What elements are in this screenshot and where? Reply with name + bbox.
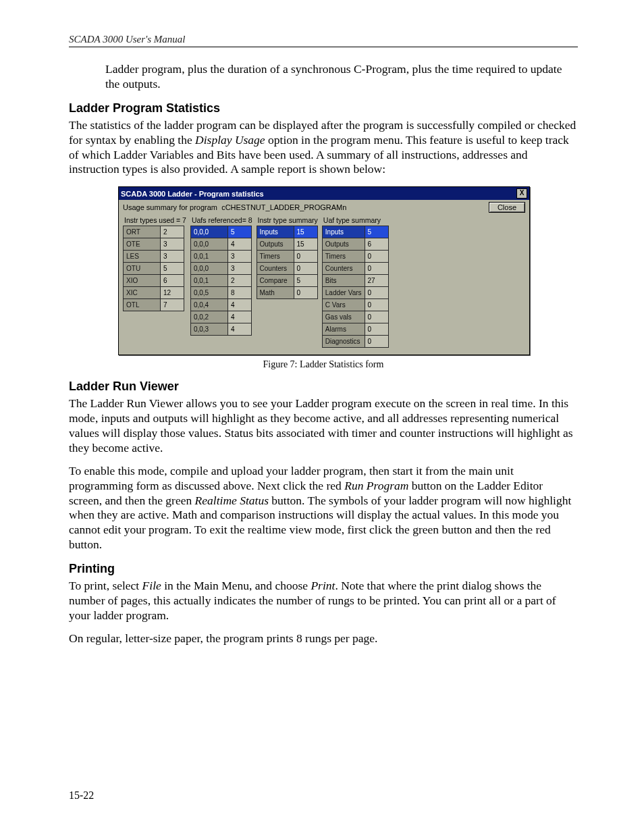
row-value: 12 [161,287,184,299]
row-value: 0 [294,287,317,299]
row-label: C Vars [322,299,365,311]
col4-heading: Uaf type summary [323,216,389,224]
intro-paragraph: Ladder program, plus the duration of a s… [105,62,578,92]
row-value: 6 [365,238,388,251]
row-label: Inputs [322,226,365,238]
row-value: 0 [365,323,388,336]
row-value: 4 [227,311,251,323]
row-value: 0 [365,263,388,275]
runviewer-p2: To enable this mode, compile and upload … [69,464,578,552]
row-label: OTU [124,263,161,275]
heading-printing: Printing [69,562,578,576]
row-label: ORT [124,226,161,238]
table-row: 0,0,03 [190,263,251,275]
summary-header-row: Usage summary for program cCHESTNUT_LADD… [119,200,529,213]
row-label: 0,0,2 [190,311,227,323]
row-label: 0,0,0 [190,226,227,238]
close-icon[interactable]: X [516,188,527,199]
table-row: 0,0,13 [190,251,251,263]
row-value: 5 [365,226,388,238]
row-value: 8 [227,287,251,299]
table-row: LES3 [124,251,184,263]
row-label: 0,0,0 [190,263,227,275]
table-row: Timers0 [322,251,388,263]
col2-heading: Uafs referenced= 8 [192,216,252,224]
stats-paragraph: The statistics of the ladder program can… [69,118,578,178]
display-usage-term: Display Usage [195,133,265,147]
row-label: 0,0,3 [190,323,227,336]
row-label: Timers [322,251,365,263]
row-value: 0 [365,287,388,299]
col1-heading: Instr types used = 7 [124,216,186,224]
uafs-referenced-table: 0,0,050,0,040,0,130,0,030,0,120,0,580,0,… [190,226,252,336]
table-row: ORT2 [124,226,184,238]
pr-text-b: in the Main Menu, and choose [161,579,311,592]
row-label: 0,0,0 [190,238,227,251]
row-label: Ladder Vars [322,287,365,299]
row-value: 4 [227,323,251,336]
row-value: 6 [161,275,184,287]
row-label: Outputs [257,238,294,251]
row-value: 0 [365,251,388,263]
instr-types-table: ORT2OTE3LES3OTU5XIO6XIC12OTL7 [123,226,184,311]
heading-ladder-stats: Ladder Program Statistics [69,101,578,115]
table-row: C Vars0 [322,299,388,311]
row-label: Alarms [322,323,365,336]
table-row: Math0 [257,287,317,299]
row-value: 0 [365,311,388,323]
heading-run-viewer: Ladder Run Viewer [69,380,578,394]
printing-p1: To print, select File in the Main Menu, … [69,579,578,623]
row-value: 0 [365,299,388,311]
table-row: XIC12 [124,287,184,299]
page-number: 15-22 [69,789,94,802]
row-label: Gas vals [322,311,365,323]
row-value: 0 [294,263,317,275]
close-button[interactable]: Close [489,202,525,213]
row-value: 3 [161,251,184,263]
row-value: 3 [227,263,251,275]
table-row: XIO6 [124,275,184,287]
row-label: Counters [257,263,294,275]
file-term: File [142,579,161,592]
row-label: Inputs [257,226,294,238]
row-value: 5 [161,263,184,275]
row-value: 5 [294,275,317,287]
table-row: Inputs15 [257,226,317,238]
figure-caption: Figure 7: Ladder Statistics form [69,359,578,370]
running-header: SCADA 3000 User's Manual [69,34,578,47]
row-label: OTE [124,238,161,251]
row-value: 5 [227,226,251,238]
row-value: 4 [227,238,251,251]
printing-p2: On regular, letter-size paper, the progr… [69,631,578,646]
row-label: Compare [257,275,294,287]
table-row: 0,0,58 [190,287,251,299]
pr-text-a: To print, select [69,579,142,592]
table-row: Timers0 [257,251,317,263]
table-row: Outputs6 [322,238,388,251]
table-row: Alarms0 [322,323,388,336]
row-label: Counters [322,263,365,275]
table-row: Compare5 [257,275,317,287]
program-name: cCHESTNUT_LADDER_PROGRAMn [221,203,346,211]
row-label: XIC [124,287,161,299]
row-value: 3 [161,238,184,251]
row-label: Timers [257,251,294,263]
table-row: OTU5 [124,263,184,275]
row-value: 4 [227,299,251,311]
table-row: OTE3 [124,238,184,251]
window-titlebar: SCADA 3000 Ladder - Program statistics X [119,187,529,200]
row-value: 0 [294,251,317,263]
table-row: OTL7 [124,299,184,311]
table-row: Bits27 [322,275,388,287]
print-term: Print [311,579,335,592]
summary-label: Usage summary for program [123,203,217,211]
row-value: 15 [294,238,317,251]
row-label: XIO [124,275,161,287]
statistics-window: SCADA 3000 Ladder - Program statistics X… [118,186,530,355]
row-value: 2 [161,226,184,238]
runviewer-p1: The Ladder Run Viewer allows you to see … [69,396,578,456]
realtime-status-term: Realtime Status [195,494,269,507]
instr-summary-table: Inputs15Outputs15Timers0Counters0Compare… [257,226,318,299]
row-label: 0,0,4 [190,299,227,311]
row-value: 3 [227,251,251,263]
